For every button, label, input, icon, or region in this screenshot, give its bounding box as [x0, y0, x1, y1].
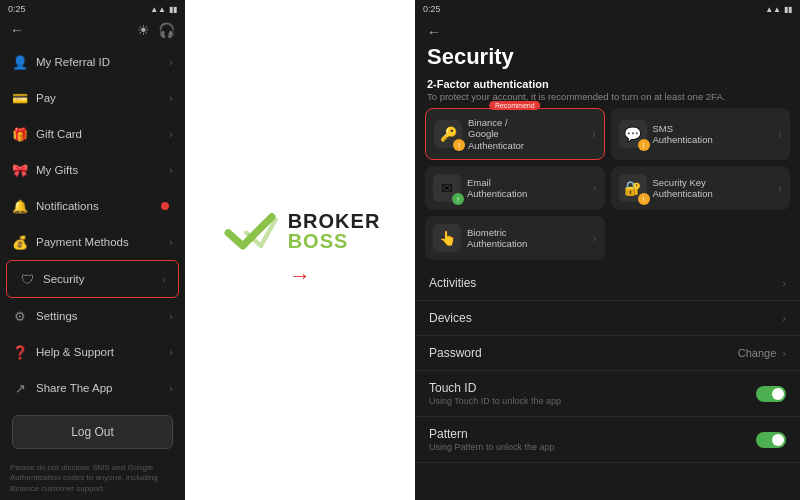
settings-label: Settings — [36, 310, 78, 322]
2fa-desc: To protect your account, it is recommend… — [415, 91, 800, 108]
share-label: Share The App — [36, 382, 113, 394]
pay-icon: 💳 — [12, 90, 28, 106]
password-chevron: › — [782, 347, 786, 359]
menu-item-my-gifts[interactable]: 🎀My Gifts› — [0, 152, 185, 188]
header-icons: ☀ 🎧 — [137, 22, 175, 38]
biometric-chevron: › — [593, 232, 597, 244]
battery-icon-right: ▮▮ — [784, 5, 792, 14]
auth-grid: Recommend🔑!Binance / Google Authenticato… — [415, 108, 800, 266]
my-gifts-label: My Gifts — [36, 164, 78, 176]
phone-header-left: ← ☀ 🎧 — [0, 18, 185, 44]
help-label: Help & Support — [36, 346, 114, 358]
headphone-icon[interactable]: 🎧 — [158, 22, 175, 38]
security-key-chevron: › — [778, 182, 782, 194]
section-row-pattern[interactable]: PatternUsing Pattern to unlock the app — [415, 417, 800, 463]
pattern-toggle-knob — [772, 434, 784, 446]
menu-item-notifications[interactable]: 🔔Notifications — [0, 188, 185, 224]
payment-methods-chevron: › — [169, 236, 173, 248]
section-row-password[interactable]: PasswordChange› — [415, 336, 800, 371]
settings-icon: ⚙ — [12, 308, 28, 324]
menu-item-referral[interactable]: 👤My Referral ID› — [0, 44, 185, 80]
referral-chevron: › — [169, 56, 173, 68]
security-key-status-badge: ! — [638, 193, 650, 205]
payment-methods-icon: 💰 — [12, 234, 28, 250]
logo-text: BROKER BOSS — [288, 211, 381, 251]
pattern-toggle[interactable] — [756, 432, 786, 448]
auth-card-email[interactable]: ✉!Email Authentication› — [425, 166, 605, 210]
binance-google-chevron: › — [592, 128, 596, 140]
sms-status-badge: ! — [638, 139, 650, 151]
my-gifts-chevron: › — [169, 164, 173, 176]
help-chevron: › — [169, 346, 173, 358]
auth-card-security-key[interactable]: 🔐!Security Key Authentication› — [611, 166, 791, 210]
left-phone: 0:25 ▲▲ ▮▮ ← ☀ 🎧 👤My Referral ID›💳Pay›🎁G… — [0, 0, 185, 500]
boss-label: BOSS — [288, 231, 349, 251]
center-section: BROKER BOSS → — [185, 0, 415, 500]
email-label: Email Authentication — [467, 177, 537, 200]
pay-label: Pay — [36, 92, 56, 104]
page-title: Security — [415, 42, 800, 74]
biometric-label: Biometric Authentication — [467, 227, 537, 250]
pay-chevron: › — [169, 92, 173, 104]
touch-id-toggle-knob — [772, 388, 784, 400]
menu-item-pay[interactable]: 💳Pay› — [0, 80, 185, 116]
password-label: Password — [429, 346, 482, 360]
security-key-label: Security Key Authentication — [653, 177, 723, 200]
biometric-icon-wrap: 👆 — [433, 224, 461, 252]
devices-chevron: › — [782, 312, 786, 324]
status-bar-right: 0:25 ▲▲ ▮▮ — [415, 0, 800, 18]
email-icon-wrap: ✉! — [433, 174, 461, 202]
auth-card-binance-google[interactable]: Recommend🔑!Binance / Google Authenticato… — [425, 108, 605, 160]
section-row-activities[interactable]: Activities› — [415, 266, 800, 301]
referral-icon: 👤 — [12, 54, 28, 70]
binance-google-icon-wrap: 🔑! — [434, 120, 462, 148]
auth-card-sms[interactable]: 💬!SMS Authentication› — [611, 108, 791, 160]
sms-chevron: › — [778, 128, 782, 140]
auth-card-biometric[interactable]: 👆Biometric Authentication› — [425, 216, 605, 260]
password-change-link[interactable]: Change — [738, 347, 777, 359]
broker-label: BROKER — [288, 211, 381, 231]
menu-item-payment-methods[interactable]: 💰Payment Methods› — [0, 224, 185, 260]
logout-button[interactable]: Log Out — [12, 415, 173, 449]
signal-icon-right: ▲▲ — [765, 5, 781, 14]
email-status-badge: ! — [452, 193, 464, 205]
devices-label: Devices — [429, 311, 472, 325]
activities-label: Activities — [429, 276, 476, 290]
signal-icon: ▲▲ — [150, 5, 166, 14]
back-arrow-right[interactable]: ← — [427, 24, 441, 40]
gift-card-chevron: › — [169, 128, 173, 140]
gift-card-icon: 🎁 — [12, 126, 28, 142]
menu-item-settings[interactable]: ⚙Settings› — [0, 298, 185, 334]
referral-label: My Referral ID — [36, 56, 110, 68]
gift-card-label: Gift Card — [36, 128, 82, 140]
pattern-label: Pattern — [429, 427, 555, 441]
back-arrow-icon[interactable]: ← — [10, 22, 24, 38]
logout-section: Log Out — [0, 407, 185, 457]
touch-id-sublabel: Using Touch ID to unlock the app — [429, 396, 561, 406]
brightness-icon[interactable]: ☀ — [137, 22, 150, 38]
binance-google-label: Binance / Google Authenticator — [468, 117, 538, 151]
menu-item-gift-card[interactable]: 🎁Gift Card› — [0, 116, 185, 152]
security-chevron: › — [162, 273, 166, 285]
menu-item-share[interactable]: ↗Share The App› — [0, 370, 185, 406]
menu-item-help[interactable]: ❓Help & Support› — [0, 334, 185, 370]
section-row-touch-id[interactable]: Touch IDUsing Touch ID to unlock the app — [415, 371, 800, 417]
logo-row: BROKER BOSS — [220, 211, 381, 251]
binance-google-status-badge: ! — [453, 139, 465, 151]
pattern-sublabel: Using Pattern to unlock the app — [429, 442, 555, 452]
touch-id-toggle[interactable] — [756, 386, 786, 402]
email-chevron: › — [593, 182, 597, 194]
time-right: 0:25 — [423, 4, 441, 14]
share-chevron: › — [169, 382, 173, 394]
security-label: Security — [43, 273, 85, 285]
help-icon: ❓ — [12, 344, 28, 360]
section-row-devices[interactable]: Devices› — [415, 301, 800, 336]
status-bar-left: 0:25 ▲▲ ▮▮ — [0, 0, 185, 18]
menu-list: 👤My Referral ID›💳Pay›🎁Gift Card›🎀My Gift… — [0, 44, 185, 407]
sms-icon-wrap: 💬! — [619, 120, 647, 148]
security-back-header: ← — [415, 18, 800, 42]
time-left: 0:25 — [8, 4, 26, 14]
notification-dot — [161, 202, 169, 210]
notifications-label: Notifications — [36, 200, 99, 212]
menu-item-security[interactable]: 🛡Security› — [6, 260, 179, 298]
